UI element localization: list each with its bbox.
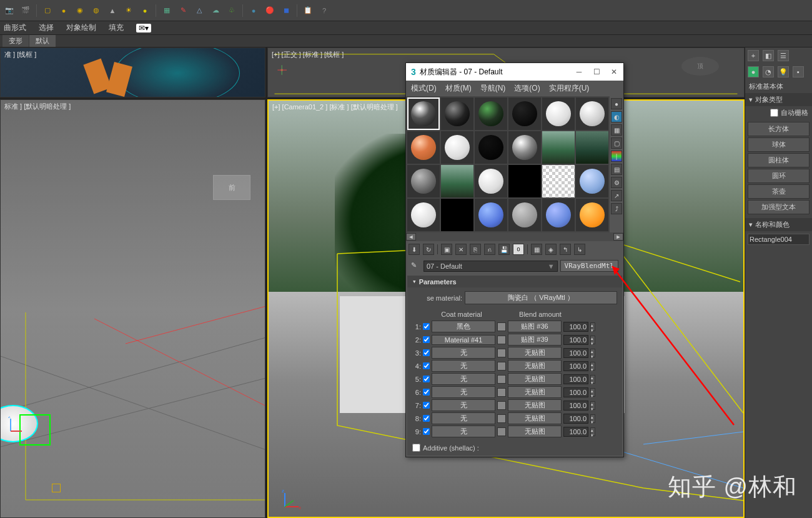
menu-util[interactable]: 实用程序(U) — [549, 83, 590, 94]
material-slot-7[interactable] — [407, 131, 440, 164]
coat-enable-checkbox[interactable] — [423, 389, 430, 396]
menu-mode[interactable]: 模式(D) — [411, 83, 437, 94]
coat-color-swatch[interactable] — [497, 427, 506, 436]
menu-fill[interactable]: 填充 — [109, 22, 124, 33]
coat-map-button[interactable]: 无贴图 — [508, 399, 562, 411]
coat-amount-spinner[interactable]: ▴▾ — [590, 349, 595, 357]
camera-icon[interactable]: 📷 — [2, 4, 16, 17]
material-slot-1[interactable] — [407, 97, 440, 130]
coat-color-swatch[interactable] — [497, 388, 506, 397]
lights-icon[interactable]: 💡 — [778, 66, 789, 77]
auto-grid-checkbox[interactable] — [770, 109, 778, 117]
material-type-button[interactable]: VRayBlendMtl — [560, 260, 618, 272]
show-end-result-icon[interactable]: ◈ — [545, 244, 557, 255]
coat-amount-input[interactable] — [563, 401, 588, 411]
globe-icon[interactable]: ● — [247, 4, 260, 17]
coat-material-button[interactable]: 无 — [432, 386, 495, 398]
coat-amount-input[interactable] — [563, 427, 588, 437]
coat-amount-spinner[interactable]: ▴▾ — [590, 322, 595, 331]
coat-map-button[interactable]: 贴图 #36 — [508, 321, 562, 332]
eyedropper-icon[interactable]: ✎ — [411, 261, 421, 271]
go-to-parent-icon[interactable]: ↰ — [560, 244, 571, 255]
material-slot-10[interactable] — [508, 131, 541, 164]
material-slot-20[interactable] — [441, 199, 473, 231]
tab-deform[interactable]: 变形 — [2, 35, 29, 47]
coat-amount-input[interactable] — [563, 374, 588, 384]
primitive-cylinder[interactable]: 圆柱体 — [748, 153, 810, 167]
grass-icon[interactable]: ♧ — [225, 4, 239, 17]
menu-shape[interactable]: 曲形式 — [4, 22, 26, 33]
coat-color-swatch[interactable] — [497, 349, 506, 357]
coat-map-button[interactable]: 无贴图 — [508, 360, 562, 372]
material-slot-12[interactable] — [576, 131, 608, 164]
parameters-header[interactable]: ▾ Parameters — [407, 276, 622, 287]
material-slot-3[interactable] — [475, 97, 507, 130]
help-icon[interactable]: ? — [317, 4, 331, 17]
select-by-material-icon[interactable]: ↗ — [611, 190, 622, 201]
film-icon[interactable]: 🎬 — [19, 4, 32, 17]
coat-material-button[interactable]: 无 — [432, 360, 495, 372]
cloud-icon[interactable]: ☁ — [209, 4, 222, 17]
make-copy-icon[interactable]: ⎘ — [470, 244, 481, 255]
coat-enable-checkbox[interactable] — [423, 323, 430, 330]
material-slot-18[interactable] — [576, 165, 608, 197]
options-icon[interactable]: ⚙ — [611, 177, 622, 188]
material-slot-21[interactable] — [475, 199, 507, 231]
material-slot-16[interactable] — [508, 165, 541, 197]
coat-map-button[interactable]: 无贴图 — [508, 373, 562, 385]
coat-enable-checkbox[interactable] — [423, 349, 430, 356]
primitive-text[interactable]: 加强型文本 — [748, 200, 810, 214]
material-name-dropdown[interactable]: 07 - Default▼ — [423, 261, 558, 272]
cone-icon[interactable]: ▲ — [106, 4, 119, 17]
sample-type-icon[interactable]: ● — [611, 98, 622, 109]
coat-amount-spinner[interactable]: ▴▾ — [590, 336, 595, 344]
sample-uv-icon[interactable]: ▢ — [611, 137, 622, 149]
material-id-icon[interactable]: 0 — [513, 244, 524, 255]
material-slot-9[interactable] — [475, 131, 507, 164]
minimize-icon[interactable]: ─ — [575, 67, 583, 76]
coat-amount-input[interactable] — [563, 348, 588, 358]
coat-amount-input[interactable] — [563, 361, 588, 371]
material-slots-scrollbar[interactable]: ◄ ► — [406, 232, 623, 241]
viewport-bottom-left[interactable]: 标准 ] [默认明暗处理 ] 前 z — [0, 99, 265, 518]
base-material-button[interactable]: 陶瓷白 （ VRayMtl ） — [465, 291, 617, 304]
make-unique-icon[interactable]: ⎌ — [484, 244, 495, 255]
material-slot-23[interactable] — [542, 199, 575, 231]
go-forward-icon[interactable]: ↳ — [574, 244, 585, 255]
colors-icon[interactable]: 🔴 — [263, 4, 277, 17]
particles-icon[interactable]: ▦ — [160, 4, 174, 17]
create-tab-icon[interactable]: + — [748, 50, 759, 61]
coat-color-swatch[interactable] — [497, 336, 506, 344]
material-slot-13[interactable] — [407, 165, 440, 197]
viewport-top-left[interactable]: 准 ] [线框 ] — [0, 47, 265, 97]
material-editor-titlebar[interactable]: 3 材质编辑器 - 07 - Default ─ ☐ ✕ — [406, 63, 623, 81]
material-slot-15[interactable] — [475, 165, 507, 197]
material-slot-5[interactable] — [542, 97, 575, 130]
vp3-gizmo[interactable] — [52, 484, 61, 492]
material-slot-6[interactable] — [576, 97, 608, 130]
coat-amount-input[interactable] — [563, 322, 588, 332]
material-slot-2[interactable] — [441, 97, 473, 130]
background-icon[interactable]: ▦ — [611, 124, 622, 136]
primitive-sphere[interactable]: 球体 — [748, 137, 810, 152]
material-map-navigator-icon[interactable]: ⤴ — [611, 203, 622, 214]
primitive-teapot[interactable]: 茶壶 — [748, 184, 810, 199]
put-to-library-icon[interactable]: 💾 — [498, 244, 510, 255]
axis-icon[interactable]: △ — [192, 4, 206, 17]
coat-map-button[interactable]: 贴图 #39 — [508, 334, 562, 346]
clipboard-icon[interactable]: 📋 — [301, 4, 315, 17]
maximize-icon[interactable]: ☐ — [592, 67, 601, 76]
menu-objdraw[interactable]: 对象绘制 — [66, 22, 96, 33]
coat-amount-spinner[interactable]: ▴▾ — [590, 401, 595, 410]
sphere-yellow-icon[interactable]: ● — [57, 4, 71, 17]
coat-amount-spinner[interactable]: ▴▾ — [590, 414, 595, 423]
coat-map-button[interactable]: 无贴图 — [508, 412, 562, 424]
coat-amount-input[interactable] — [563, 387, 588, 397]
hierarchy-tab-icon[interactable]: ☰ — [778, 50, 789, 61]
video-color-icon[interactable]: | — [611, 151, 622, 162]
coat-amount-input[interactable] — [563, 414, 588, 424]
material-slot-19[interactable] — [407, 199, 440, 231]
close-icon[interactable]: ✕ — [610, 67, 618, 76]
coat-enable-checkbox[interactable] — [423, 415, 430, 422]
menu-option[interactable]: 选项(O) — [514, 83, 540, 94]
